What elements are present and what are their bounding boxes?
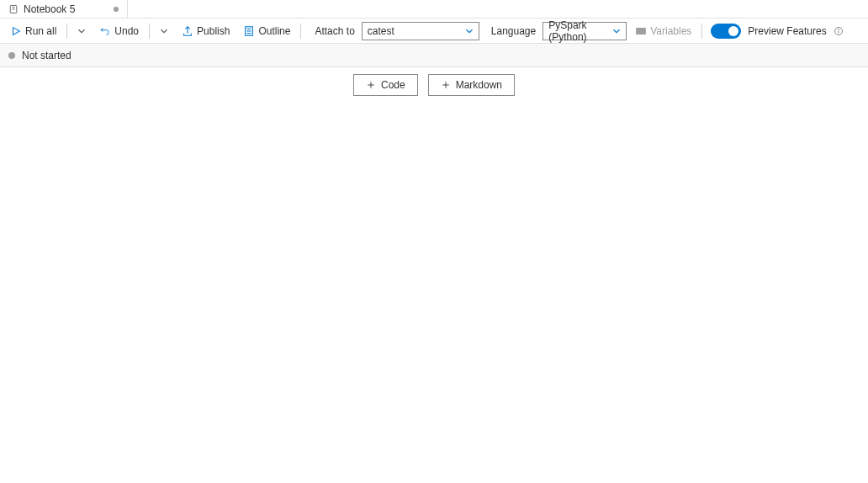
add-code-button[interactable]: Code [353, 74, 418, 96]
add-markdown-label: Markdown [456, 79, 502, 91]
publish-button[interactable]: Publish [177, 21, 235, 41]
tab-bar: Notebook 5 [0, 0, 868, 19]
undo-label: Undo [114, 25, 139, 37]
undo-button[interactable]: Undo [94, 21, 144, 41]
run-dropdown-button[interactable] [72, 21, 91, 41]
chevron-down-icon [463, 25, 475, 37]
chevron-down-icon [611, 25, 622, 37]
divider [300, 24, 301, 39]
toggle-knob [728, 26, 738, 36]
variables-button: Variables [630, 21, 696, 41]
publish-icon [182, 25, 193, 37]
main-area: Code Markdown [0, 67, 868, 96]
preview-features-toggle-wrap: Preview Features [711, 24, 843, 39]
language-label: Language [491, 25, 536, 37]
status-bar: Not started [0, 44, 868, 67]
play-icon [10, 25, 22, 37]
preview-features-label: Preview Features [748, 25, 826, 37]
undo-dropdown-button[interactable] [155, 21, 173, 41]
svg-point-13 [838, 29, 839, 29]
info-icon[interactable] [834, 26, 844, 36]
run-all-label: Run all [25, 25, 56, 37]
toolbar: Run all Undo Publish Outline Attach to [0, 19, 868, 44]
variables-icon [635, 25, 647, 37]
undo-icon [99, 25, 111, 37]
outline-icon [243, 25, 255, 37]
plus-icon [366, 80, 376, 90]
outline-button[interactable]: Outline [238, 21, 295, 41]
chevron-down-icon [158, 25, 170, 37]
add-markdown-button[interactable]: Markdown [428, 74, 515, 96]
variables-label: Variables [650, 25, 691, 37]
tab-title: Notebook 5 [24, 3, 75, 15]
svg-marker-3 [13, 27, 20, 34]
chevron-down-icon [76, 25, 87, 37]
run-all-button[interactable]: Run all [5, 21, 61, 41]
outline-label: Outline [258, 25, 290, 37]
plus-icon [441, 80, 451, 90]
status-dot-icon [8, 52, 15, 59]
notebook-tab[interactable]: Notebook 5 [0, 0, 128, 18]
divider [149, 24, 150, 39]
unsaved-dot-icon [114, 7, 119, 12]
notebook-icon [8, 4, 19, 14]
language-select[interactable]: PySpark (Python) [542, 22, 627, 40]
status-text: Not started [22, 50, 71, 61]
divider [701, 24, 702, 39]
language-value: PySpark (Python) [548, 19, 604, 43]
attach-to-select[interactable]: catest [362, 22, 479, 40]
attach-to-value: catest [368, 25, 394, 37]
publish-label: Publish [197, 25, 230, 37]
attach-to-label: Attach to [315, 25, 354, 37]
add-code-label: Code [381, 79, 405, 91]
divider [66, 24, 67, 39]
preview-features-toggle[interactable] [711, 24, 741, 39]
